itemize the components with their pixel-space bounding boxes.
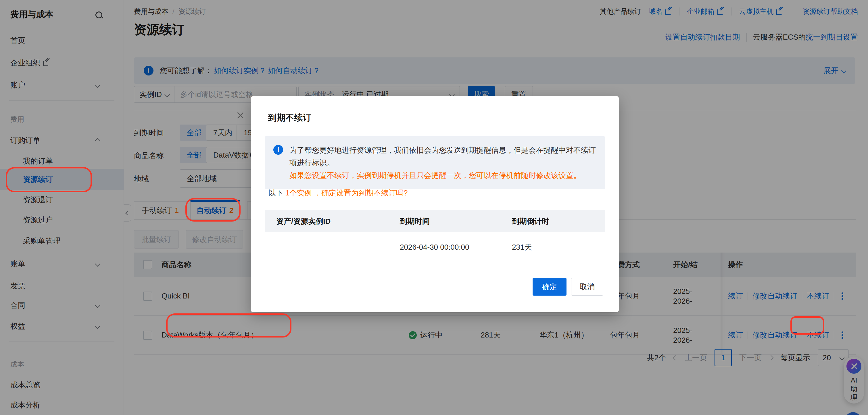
modal-warning-text: 如果您设置不续订，实例到期停机并且只会提醒一次，您可以在停机前随时修改该设置。 bbox=[289, 171, 581, 180]
modal-confirm-question: 以下 1个实例 ，确定设置为到期不续订吗? bbox=[268, 188, 408, 198]
col-expire-time: 到期时间 bbox=[400, 216, 512, 227]
annotation-dataworks-row bbox=[166, 313, 291, 338]
countdown-value: 231天 bbox=[512, 242, 605, 252]
cancel-button[interactable]: 取消 bbox=[571, 278, 603, 296]
no-renew-modal: 到期不续订 为了帮您更好地进行资源管理，我们依旧会为您发送到期提醒信息，但是会在… bbox=[251, 96, 619, 312]
modal-table-row: 2026-04-30 00:00:00 231天 bbox=[265, 232, 605, 262]
expire-time-value: 2026-04-30 00:00:00 bbox=[400, 243, 512, 252]
annotation-tab-auto-renew bbox=[185, 198, 241, 221]
info-icon bbox=[273, 145, 283, 155]
confirm-button[interactable]: 确定 bbox=[533, 278, 566, 296]
annotation-sidebar-renewal bbox=[6, 167, 92, 192]
modal-info-box: 为了帮您更好地进行资源管理，我们依旧会为您发送到期提醒信息，但是会在提醒中对不续… bbox=[265, 136, 605, 189]
close-icon[interactable] bbox=[236, 111, 245, 120]
col-countdown: 到期倒计时 bbox=[512, 216, 605, 227]
modal-title: 到期不续订 bbox=[268, 112, 311, 124]
annotation-no-renew-link bbox=[790, 316, 824, 335]
col-instance-id: 资产/资源实例ID bbox=[265, 216, 400, 227]
modal-table-header: 资产/资源实例ID 到期时间 到期倒计时 bbox=[265, 210, 605, 232]
app-root: 费用与成本 首页 企业组织 账户 费用 订购订单 我的订单 资源续订 资源退订 … bbox=[0, 0, 868, 415]
modal-instance-table: 资产/资源实例ID 到期时间 到期倒计时 2026-04-30 00:00:00… bbox=[265, 210, 605, 262]
modal-info-text: 为了帮您更好地进行资源管理，我们依旧会为您发送到期提醒信息，但是会在提醒中对不续… bbox=[289, 144, 596, 182]
